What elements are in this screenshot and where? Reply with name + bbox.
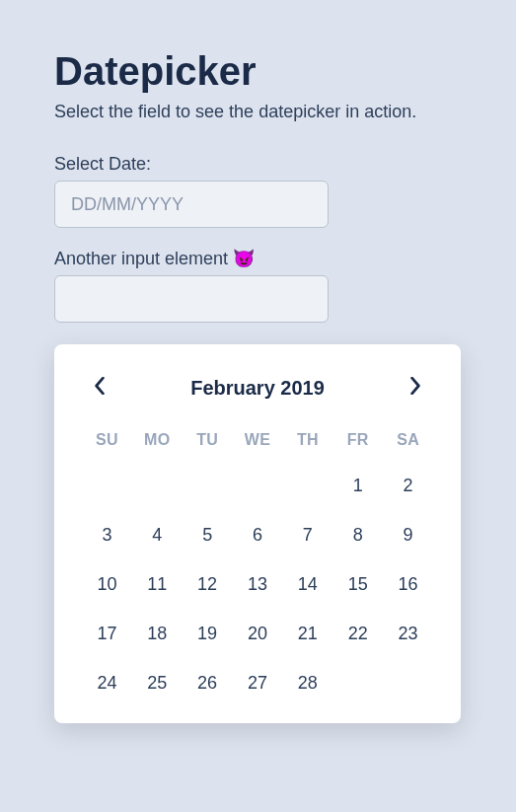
page-subtitle: Select the field to see the datepicker i… (54, 102, 462, 122)
datepicker-grid: SuMoTuWeThFrSa12345678910111213141516171… (82, 431, 433, 696)
calendar-day[interactable]: 5 (183, 522, 233, 548)
other-input[interactable] (54, 275, 329, 323)
calendar-day[interactable]: 21 (282, 621, 332, 646)
calendar-day[interactable]: 19 (183, 621, 233, 646)
calendar-day[interactable]: 28 (282, 670, 332, 696)
calendar-day[interactable]: 8 (332, 522, 383, 548)
calendar-day[interactable]: 24 (82, 670, 132, 696)
chevron-left-icon (94, 377, 106, 399)
other-field-label: Another input element 😈 (54, 248, 462, 269)
page-title: Datepicker (54, 49, 462, 94)
calendar-day[interactable]: 9 (383, 522, 433, 548)
day-of-week-header: Fr (332, 431, 383, 449)
calendar-day[interactable]: 6 (233, 522, 283, 548)
calendar-empty-cell (183, 473, 233, 498)
calendar-day[interactable]: 25 (132, 670, 183, 696)
calendar-day[interactable]: 17 (82, 621, 132, 646)
calendar-empty-cell (282, 473, 332, 498)
day-of-week-header: Th (282, 431, 332, 449)
next-month-button[interactable] (402, 374, 429, 402)
calendar-day[interactable]: 7 (282, 522, 332, 548)
calendar-day[interactable]: 11 (132, 571, 183, 597)
calendar-day[interactable]: 13 (233, 571, 283, 597)
calendar-day[interactable]: 26 (183, 670, 233, 696)
calendar-empty-cell (82, 473, 132, 498)
calendar-day[interactable]: 16 (383, 571, 433, 597)
calendar-day[interactable]: 4 (132, 522, 183, 548)
calendar-day[interactable]: 10 (82, 571, 132, 597)
calendar-day[interactable]: 14 (282, 571, 332, 597)
day-of-week-header: Tu (183, 431, 233, 449)
date-input[interactable] (54, 181, 329, 228)
calendar-day[interactable]: 22 (332, 621, 383, 646)
calendar-day[interactable]: 15 (332, 571, 383, 597)
calendar-day[interactable]: 3 (82, 522, 132, 548)
calendar-day[interactable]: 1 (332, 473, 383, 498)
chevron-right-icon (409, 377, 421, 399)
day-of-week-header: Su (82, 431, 132, 449)
calendar-day[interactable]: 18 (132, 621, 183, 646)
calendar-empty-cell (132, 473, 183, 498)
day-of-week-header: We (233, 431, 283, 449)
datepicker-panel: February 2019 SuMoTuWeThFrSa123456789101… (54, 344, 461, 723)
calendar-day[interactable]: 23 (383, 621, 433, 646)
date-field-label: Select Date: (54, 154, 462, 175)
other-field-group: Another input element 😈 (54, 248, 462, 323)
date-field-group: Select Date: (54, 154, 462, 228)
day-of-week-header: Sa (383, 431, 433, 449)
day-of-week-header: Mo (132, 431, 183, 449)
calendar-day[interactable]: 2 (383, 473, 433, 498)
calendar-day[interactable]: 20 (233, 621, 283, 646)
datepicker-header: February 2019 (82, 374, 433, 402)
month-year-label: February 2019 (190, 377, 325, 400)
calendar-day[interactable]: 27 (233, 670, 283, 696)
calendar-empty-cell (233, 473, 283, 498)
calendar-day[interactable]: 12 (183, 571, 233, 597)
prev-month-button[interactable] (86, 374, 113, 402)
